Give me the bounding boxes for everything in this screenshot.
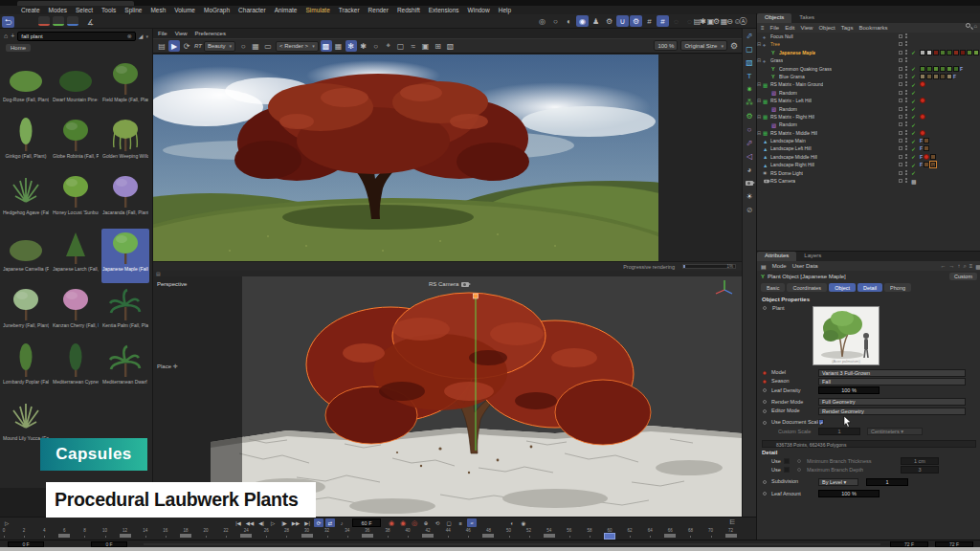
compass-icon[interactable]: ⊘ — [744, 204, 756, 216]
fields-tag[interactable]: F — [920, 154, 923, 160]
plant-asset-hedgehog[interactable]: Hedgehog Agave (Fall... — [2, 172, 50, 227]
snap-settings-icon[interactable]: ⚙ — [630, 15, 642, 27]
focus-icon[interactable]: ⌖ — [383, 40, 394, 52]
camera-label[interactable]: RS Camera — [429, 281, 469, 287]
object-row-random[interactable]: ▨Random✓ — [757, 89, 977, 97]
layer-toggle[interactable] — [899, 171, 902, 175]
snapshot-icon[interactable]: ✻ — [345, 40, 357, 52]
camera-tool-icon[interactable] — [744, 177, 756, 189]
menu-render[interactable]: Render — [368, 7, 389, 13]
plant-asset-dwarf[interactable]: Dwarf Mountain Pine (... — [52, 59, 100, 114]
grid-icon[interactable]: ▦ — [250, 40, 261, 52]
menu-window[interactable]: Window — [468, 7, 490, 13]
plant-asset-kentia[interactable]: Kentia Palm (Fall, Plant) — [101, 285, 149, 340]
subdivision-field[interactable]: 1 — [866, 478, 908, 486]
move-key-icon[interactable]: ⊕ — [421, 518, 431, 527]
redshift-material-tag[interactable] — [920, 98, 925, 103]
enabled-check-icon[interactable]: ✓ — [911, 129, 916, 136]
visibility-dots[interactable] — [905, 57, 908, 63]
timeline-expand-icon[interactable]: ⋿ — [729, 518, 735, 526]
param-dot[interactable] — [763, 388, 767, 392]
record-rotation-icon[interactable]: ◉ — [398, 518, 408, 527]
search-icon[interactable] — [966, 23, 970, 28]
record-position-icon[interactable]: ◉ — [387, 518, 396, 527]
menu-animate[interactable]: Animate — [275, 7, 298, 13]
material-tag[interactable] — [973, 50, 979, 55]
layer-toggle[interactable] — [899, 179, 902, 183]
layer-toggle[interactable] — [899, 75, 902, 78]
prev-frame-button[interactable]: ◀| — [256, 518, 266, 527]
object-row-rs-matrix-middle-hill[interactable]: ⊟▦RS Matrix - Middle Hill✓ — [757, 129, 977, 137]
custom-button[interactable]: Custom — [949, 273, 977, 280]
leaf-amount-field[interactable]: 100 % — [818, 490, 880, 497]
lock-icon[interactable]: ▩ — [975, 263, 980, 270]
param-dot[interactable] — [763, 409, 767, 413]
season-dropdown[interactable]: Fall — [818, 378, 966, 386]
enabled-check-icon[interactable]: ✓ — [911, 169, 916, 176]
material-tag[interactable] — [926, 74, 932, 79]
render-settings-gear-icon[interactable]: ⚙ — [730, 41, 738, 51]
expand-caret-icon[interactable]: ⊟ — [757, 114, 761, 120]
prev-key-button[interactable]: ◀◀ — [245, 518, 255, 527]
mode-menu[interactable]: Mode — [772, 263, 787, 269]
layer-toggle[interactable] — [899, 122, 902, 126]
search-input[interactable]: fall plant ⊗ — [17, 32, 136, 41]
param-dot[interactable] — [763, 400, 767, 404]
rv-menu-file[interactable]: File — [158, 31, 167, 36]
current-frame-field[interactable]: 60 F — [352, 518, 381, 527]
half-circle-icon[interactable]: ◐ — [507, 518, 517, 527]
basket-icon[interactable]: ◢ — [139, 33, 144, 39]
om-tab-takes[interactable]: Takes — [791, 13, 822, 23]
global-coordinates-icon[interactable]: ◎ — [536, 15, 548, 27]
menu-mesh[interactable]: Mesh — [150, 7, 166, 13]
expand-caret-icon[interactable]: ⊟ — [757, 130, 761, 136]
keyed-param-dot[interactable] — [763, 371, 767, 375]
playhead[interactable] — [604, 533, 615, 540]
menu-volume[interactable]: Volume — [174, 7, 195, 13]
object-row-landscape-right-hill[interactable]: ▲Landscape Right Hill✓F✕ — [757, 161, 977, 168]
search-options-caret-icon[interactable]: ▾ — [145, 33, 148, 39]
render-picture-icon[interactable]: ▣ — [704, 15, 717, 27]
expand-caret-icon[interactable]: ⊟ — [757, 41, 761, 47]
object-row-focus-null[interactable]: ⌖Focus Null — [757, 33, 977, 40]
unit-dropdown[interactable]: Centimeters ▾ — [867, 428, 923, 435]
enabled-check-icon[interactable]: ✓ — [911, 153, 916, 160]
layer-toggle[interactable] — [899, 91, 902, 95]
material-tag[interactable] — [920, 66, 925, 72]
use-checkbox[interactable] — [784, 467, 790, 473]
menu-character[interactable]: Character — [238, 7, 266, 13]
image-copy-icon[interactable]: ▧ — [445, 40, 457, 52]
menu-extensions[interactable]: Extensions — [429, 7, 459, 13]
go-start-button[interactable]: |◀ — [234, 518, 243, 527]
up-icon[interactable]: ↑ — [957, 263, 960, 270]
sub-param-field[interactable]: 1 cm — [901, 457, 939, 465]
expand-caret-icon[interactable]: ⊟ — [757, 98, 761, 103]
material-tag[interactable] — [930, 154, 936, 160]
sound-icon[interactable]: ♪ — [337, 518, 346, 527]
crop-icon[interactable]: ▭ — [262, 40, 274, 52]
enabled-check-icon[interactable]: ✓ — [911, 121, 916, 128]
enabled-check-icon[interactable]: ✓ — [911, 65, 916, 72]
material-tag[interactable] — [960, 50, 966, 55]
om-menu-file[interactable]: File — [770, 25, 780, 31]
userdata-menu[interactable]: User Data — [792, 263, 818, 269]
breadcrumb-home[interactable]: Home — [6, 44, 31, 52]
menu-mograph[interactable]: MoGraph — [204, 7, 230, 13]
autokey-icon[interactable]: ≈ — [467, 518, 477, 527]
search-icon[interactable]: ⌕ — [963, 263, 966, 270]
plant-asset-field[interactable]: Field Maple (Fall, Plant) — [101, 59, 149, 114]
field-gear-icon[interactable]: ⚙ — [744, 110, 756, 122]
axis-y-button[interactable] — [53, 16, 64, 26]
use-checkbox[interactable] — [784, 458, 790, 464]
material-tag[interactable] — [933, 66, 939, 72]
leaf-density-field[interactable]: 100 % — [818, 386, 880, 394]
zigzag-icon[interactable]: ≈ — [408, 40, 419, 52]
menu-tools[interactable]: Tools — [101, 7, 116, 13]
material-tag[interactable] — [924, 145, 929, 151]
visibility-dots[interactable] — [905, 33, 908, 39]
om-menu-edit[interactable]: Edit — [785, 25, 794, 31]
plant-asset-kanzan[interactable]: Kanzan Cherry (Fall, Pl... — [52, 285, 100, 340]
render-mode-dropdown[interactable]: Full Geometry — [818, 398, 966, 406]
menu-spline[interactable]: Spline — [124, 7, 142, 13]
layer-toggle[interactable] — [899, 42, 902, 46]
